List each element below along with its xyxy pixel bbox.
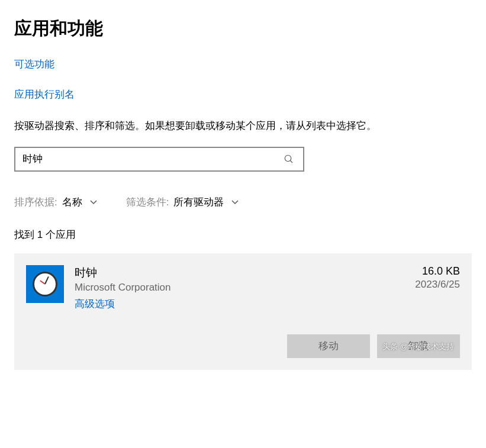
app-size: 16.0 KB	[415, 265, 460, 278]
sort-value: 名称	[62, 195, 82, 209]
app-icon	[26, 265, 64, 303]
sort-dropdown[interactable]: 排序依据: 名称	[14, 195, 98, 209]
filter-value: 所有驱动器	[173, 195, 224, 209]
svg-point-0	[285, 155, 291, 162]
clock-icon	[33, 272, 57, 296]
advanced-options-link[interactable]: 高级选项	[75, 297, 115, 311]
filter-label: 筛选条件:	[126, 195, 169, 209]
uninstall-button[interactable]: 卸载	[377, 334, 460, 358]
app-publisher: Microsoft Corporation	[75, 282, 404, 294]
app-name: 时钟	[75, 265, 404, 281]
page-title: 应用和功能	[14, 17, 472, 41]
app-install-date: 2023/6/25	[415, 279, 460, 291]
svg-line-1	[290, 160, 292, 163]
app-aliases-link[interactable]: 应用执行别名	[14, 88, 75, 101]
filter-dropdown[interactable]: 筛选条件: 所有驱动器	[126, 195, 240, 209]
search-icon[interactable]	[282, 152, 296, 166]
instructions-text: 按驱动器搜索、排序和筛选。如果想要卸载或移动某个应用，请从列表中选择它。	[14, 118, 472, 135]
search-box[interactable]	[14, 147, 304, 172]
optional-features-link[interactable]: 可选功能	[14, 57, 54, 71]
app-list-item[interactable]: 时钟 Microsoft Corporation 高级选项 16.0 KB 20…	[14, 253, 472, 370]
chevron-down-icon	[231, 198, 239, 206]
search-input[interactable]	[22, 153, 282, 165]
result-count: 找到 1 个应用	[14, 228, 472, 241]
sort-label: 排序依据:	[14, 195, 57, 209]
chevron-down-icon	[89, 198, 98, 206]
move-button[interactable]: 移动	[287, 334, 370, 358]
